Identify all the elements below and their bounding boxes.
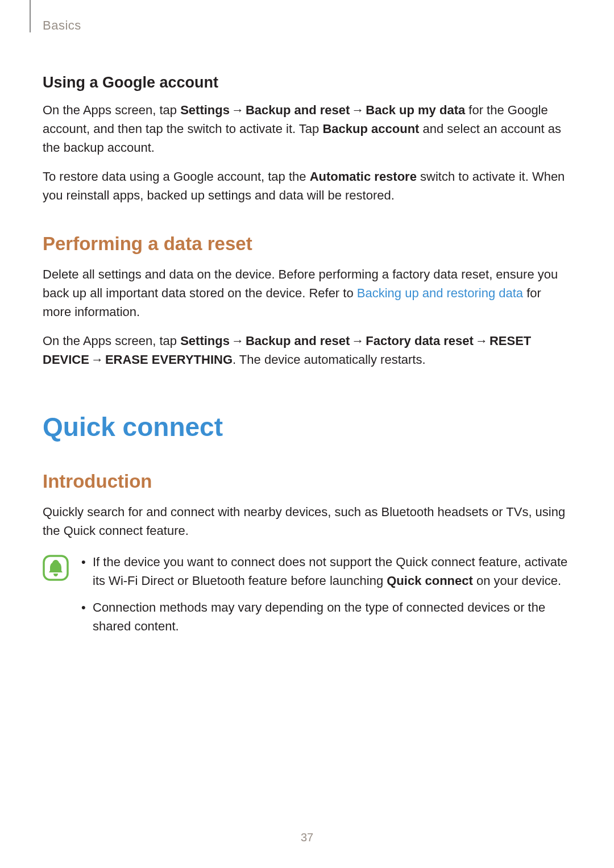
bullet-list: If the device you want to connect does n… [79, 553, 571, 643]
bold-factory-reset: Factory data reset [366, 334, 474, 348]
bell-icon [43, 555, 69, 581]
arrow-icon: → [351, 331, 364, 350]
arrow-icon: → [475, 331, 488, 350]
paragraph-reset-2: On the Apps screen, tap Settings → Backu… [43, 331, 571, 369]
bold-auto-restore: Automatic restore [310, 169, 417, 184]
text: Connection methods may vary depending on… [93, 600, 545, 633]
paragraph-google-1: On the Apps screen, tap Settings → Backu… [43, 101, 571, 157]
bold-backup-account: Backup account [322, 122, 419, 136]
breadcrumb: Basics [43, 0, 571, 33]
bold-settings: Settings [180, 334, 230, 348]
text: on your device. [473, 574, 561, 588]
arrow-icon: → [351, 101, 364, 119]
heading-introduction: Introduction [43, 471, 571, 492]
arrow-icon: → [91, 350, 103, 369]
paragraph-intro: Quickly search for and connect with near… [43, 502, 571, 540]
text: On the Apps screen, tap [43, 103, 180, 117]
bold-quick-connect: Quick connect [387, 574, 473, 588]
info-block: If the device you want to connect does n… [43, 553, 571, 643]
heading-google-account: Using a Google account [43, 74, 571, 92]
bold-settings: Settings [180, 103, 230, 117]
bold-backup-reset: Backup and reset [246, 334, 350, 348]
bold-backup-data: Back up my data [366, 103, 465, 117]
document-page: Basics Using a Google account On the App… [0, 0, 614, 868]
paragraph-google-2: To restore data using a Google account, … [43, 167, 571, 205]
text: On the Apps screen, tap [43, 334, 180, 348]
list-item: Connection methods may vary depending on… [79, 598, 571, 636]
arrow-icon: → [231, 331, 244, 350]
title-quick-connect: Quick connect [43, 412, 571, 442]
list-item: If the device you want to connect does n… [79, 553, 571, 590]
bold-backup-reset: Backup and reset [246, 103, 350, 117]
bold-erase-everything: ERASE EVERYTHING [105, 352, 233, 367]
heading-data-reset: Performing a data reset [43, 233, 571, 255]
text: . The device automatically restarts. [233, 352, 426, 367]
header-marker [30, 0, 31, 32]
arrow-icon: → [231, 101, 244, 119]
content-area: Using a Google account On the Apps scree… [43, 74, 571, 643]
paragraph-reset-1: Delete all settings and data on the devi… [43, 265, 571, 321]
page-number: 37 [0, 831, 614, 844]
text: To restore data using a Google account, … [43, 169, 310, 184]
link-backing-up[interactable]: Backing up and restoring data [357, 286, 523, 300]
